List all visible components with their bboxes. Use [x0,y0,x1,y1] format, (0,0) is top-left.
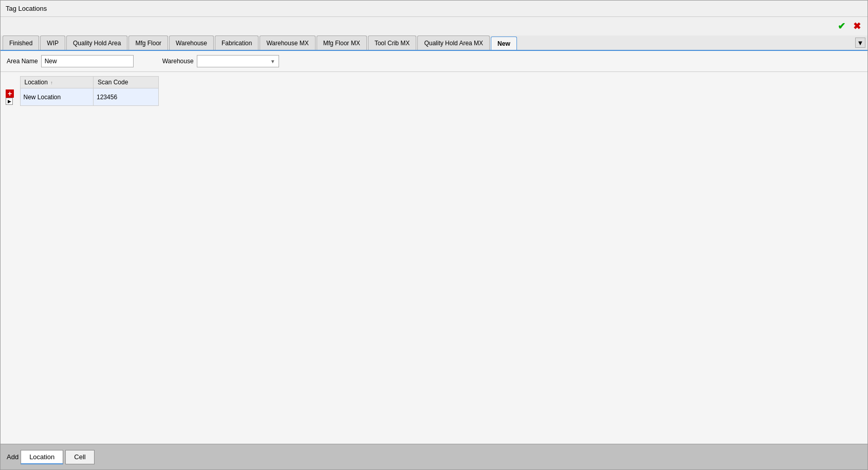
locations-table: Location ↑ Scan Code + ▶New Location1234… [5,76,159,106]
form-area: Area Name Warehouse ▼ [1,51,867,72]
location-cell: New Location [20,88,94,106]
bottom-bar: Add Location Cell [1,444,867,469]
x-icon: ✖ [853,21,861,32]
tabs-row: Finished WIP Quality Hold Area Mfg Floor… [1,35,867,51]
title-bar-left: Tag Locations [6,5,47,12]
add-cell-button[interactable]: Cell [65,450,94,464]
table-container: Location ↑ Scan Code + ▶New Location1234… [1,72,867,444]
tab-quality-hold-area[interactable]: Quality Hold Area [66,35,127,50]
check-icon: ✔ [838,21,845,32]
col-header-scan-code: Scan Code [94,77,159,88]
header-controls: ✔ ✖ [1,17,867,35]
tab-warehouse[interactable]: Warehouse [169,35,214,50]
col-header-location[interactable]: Location ↑ [20,77,94,88]
tab-finished[interactable]: Finished [3,35,39,50]
save-button[interactable]: ✔ [835,20,848,33]
tab-dropdown[interactable]: ▼ [855,38,865,48]
close-button[interactable]: ✖ [850,20,863,33]
title-bar: Tag Locations [1,1,867,17]
row-controls-header [5,77,20,88]
add-row-button[interactable]: + [6,89,14,98]
warehouse-dropdown-icon: ▼ [270,59,275,64]
add-location-button[interactable]: Location [21,450,63,464]
warehouse-label: Warehouse [162,58,194,65]
tab-mfg-floor-mx[interactable]: Mfg Floor MX [317,35,367,50]
tab-fabrication[interactable]: Fabrication [215,35,258,50]
area-name-input[interactable] [41,55,134,67]
row-controls-cell: + ▶ [5,88,20,106]
tab-tool-crib-mx[interactable]: Tool Crib MX [368,35,417,50]
tab-quality-hold-area-mx[interactable]: Quality Hold Area MX [417,35,490,50]
table-header-row: Location ↑ Scan Code [5,77,159,88]
warehouse-field: Warehouse ▼ [162,55,279,67]
window-title: Tag Locations [6,5,47,12]
tab-wip[interactable]: WIP [40,35,65,50]
area-name-field: Area Name [7,55,134,67]
sort-arrow-icon: ↑ [50,80,53,85]
add-label: Add [7,453,19,461]
warehouse-select[interactable]: ▼ [197,55,279,67]
tab-new[interactable]: New [491,37,517,51]
expand-row-button[interactable]: ▶ [6,98,13,105]
tab-warehouse-mx[interactable]: Warehouse MX [260,35,315,50]
tab-mfg-floor[interactable]: Mfg Floor [128,35,168,50]
table-row: + ▶New Location123456 [5,88,159,106]
area-name-label: Area Name [7,58,38,65]
main-window: Tag Locations ✔ ✖ Finished WIP Quality H… [0,0,868,470]
scan-code-cell: 123456 [94,88,159,106]
